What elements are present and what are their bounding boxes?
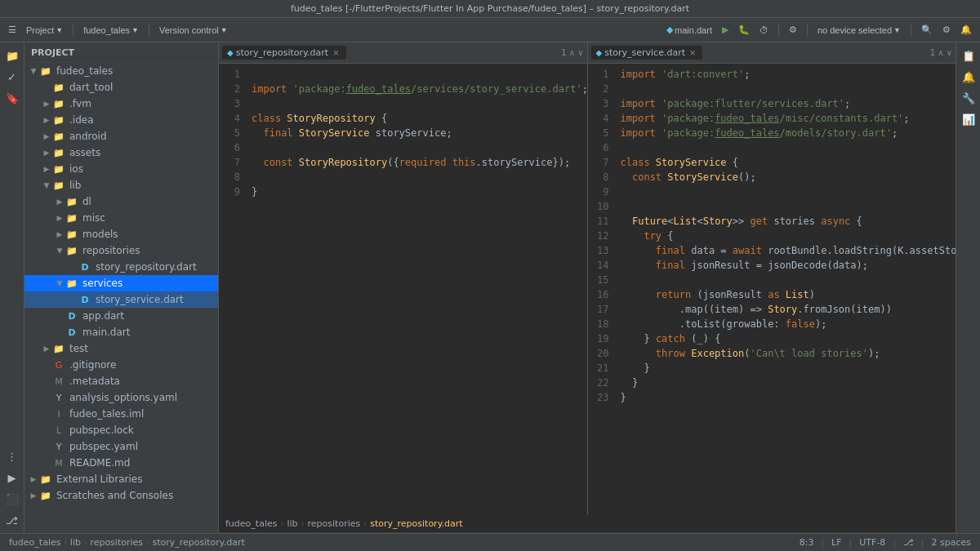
project-btn[interactable]: Project ▼	[23, 24, 66, 37]
settings-btn[interactable]: ⚙	[786, 23, 800, 37]
main-dart-label: main.dart	[675, 25, 712, 35]
no-device-btn[interactable]: no device selected ▼	[814, 24, 904, 37]
tree-item-label: README.md	[69, 457, 130, 469]
tree-item--fvm[interactable]: ▶📁.fvm	[24, 96, 218, 112]
tree-item-android[interactable]: ▶📁android	[24, 128, 218, 144]
chevron-down-icon: ▼	[56, 26, 63, 34]
profile-btn[interactable]: ⏱	[756, 24, 772, 37]
version-control-label: Version control	[159, 25, 219, 35]
tree-file-icon: I	[52, 407, 65, 420]
tree-item-pubspec-lock[interactable]: Lpubspec.lock	[24, 422, 218, 438]
project-icon-btn[interactable]: 📁	[2, 46, 22, 65]
right-tab-label: story_service.dart	[604, 47, 685, 58]
tree-item-main-dart[interactable]: Dmain.dart	[24, 324, 218, 340]
bc-fudeo-tales[interactable]: fudeo_tales	[225, 518, 277, 529]
tree-item--gitignore[interactable]: G.gitignore	[24, 357, 218, 373]
tree-file-icon: 📁	[52, 81, 65, 94]
left-code-editor[interactable]: 123456789 import 'package:fudeo_tales/se…	[219, 64, 587, 515]
left-line-numbers: 123456789	[219, 64, 245, 515]
chevron-down-icon3: ▼	[220, 26, 228, 34]
tree-item-models[interactable]: ▶📁models	[24, 226, 218, 242]
version-control-btn[interactable]: Version control ▼	[156, 24, 231, 37]
tree-file-icon: D	[65, 309, 78, 322]
tree-item-analysis-options-yaml[interactable]: Yanalysis_options.yaml	[24, 389, 218, 406]
run-btn[interactable]: ▶	[719, 23, 732, 37]
tree-file-icon: Y	[52, 440, 65, 453]
bc-story-repo-dart[interactable]: story_repository.dart	[370, 518, 462, 529]
right-icon3[interactable]: 🔧	[959, 88, 978, 108]
tree-item-app-dart[interactable]: Dapp.dart	[24, 308, 218, 324]
tree-item-story-repository-dart[interactable]: Dstory_repository.dart	[24, 259, 218, 275]
run-icon-btn[interactable]: ▶	[2, 468, 22, 487]
file-tree: ▼📁fudeo_tales📁dart_tool▶📁.fvm▶📁.idea▶📁an…	[24, 63, 218, 533]
tree-item-fudeo-tales-iml[interactable]: Ifudeo_tales.iml	[24, 406, 218, 422]
commit-icon-btn[interactable]: ✓	[2, 67, 22, 87]
status-encoding[interactable]: UTF-8	[857, 537, 888, 548]
tree-item-README-md[interactable]: MREADME.md	[24, 455, 218, 471]
left-pane-tab-story-repo[interactable]: ◆ story_repository.dart ×	[222, 46, 346, 60]
tree-item--idea[interactable]: ▶📁.idea	[24, 112, 218, 128]
tree-item-services[interactable]: ▼📁services	[24, 275, 218, 291]
tree-item-External-Libraries[interactable]: ▶📁External Libraries	[24, 471, 218, 487]
git-icon-btn[interactable]: ⎇	[2, 510, 22, 530]
tree-item-label: story_service.dart	[96, 294, 184, 305]
tree-item-ios[interactable]: ▶📁ios	[24, 161, 218, 177]
status-lf[interactable]: LF	[829, 537, 844, 548]
tree-item-label: pubspec.yaml	[69, 441, 138, 452]
status-bc-sep1: ›	[64, 537, 70, 548]
tree-item-repositories[interactable]: ▼📁repositories	[24, 242, 218, 259]
tree-item-dart-tool[interactable]: 📁dart_tool	[24, 79, 218, 96]
tree-item-misc[interactable]: ▶📁misc	[24, 210, 218, 226]
tree-item-label: android	[69, 131, 107, 142]
tree-item-label: ios	[69, 163, 83, 175]
tree-item-dl[interactable]: ▶📁dl	[24, 193, 218, 210]
structure-icon-btn[interactable]: ⋮	[2, 447, 22, 466]
search-btn[interactable]: 🔍	[918, 23, 936, 37]
right-editor-pane: ◆ story_service.dart × 1 ∧ ∨ 12345678910…	[587, 42, 956, 515]
right-icon4[interactable]: 📊	[959, 109, 978, 129]
app-name-btn[interactable]: fudeo_tales ▼	[80, 24, 142, 37]
status-indent[interactable]: 2 spaces	[929, 537, 974, 548]
bookmark-icon-btn[interactable]: 🔖	[2, 88, 22, 108]
bc-lib[interactable]: lib	[287, 518, 297, 529]
tree-arrow: ▶	[41, 163, 52, 175]
tree-item-fudeo-tales[interactable]: ▼📁fudeo_tales	[24, 63, 218, 79]
hamburger-btn[interactable]: ☰	[5, 23, 20, 37]
left-tab-close[interactable]: ×	[331, 47, 341, 58]
tree-file-icon: 📁	[39, 64, 52, 78]
bc-repositories[interactable]: repositories	[308, 518, 361, 529]
toolbar-sep2	[149, 24, 149, 37]
dart-tab-icon-right: ◆	[596, 48, 603, 57]
tree-arrow	[67, 294, 78, 305]
notification-btn[interactable]: 🔔	[957, 23, 975, 37]
status-git-icon[interactable]: ⎇	[901, 537, 916, 548]
tree-item-pubspec-yaml[interactable]: Ypubspec.yaml	[24, 438, 218, 455]
tree-item-story-service-dart[interactable]: Dstory_service.dart	[24, 291, 218, 308]
tree-item-label: story_repository.dart	[96, 261, 197, 273]
right-icon2[interactable]: 🔔	[959, 67, 978, 87]
right-pane-tab-story-svc[interactable]: ◆ story_service.dart ×	[591, 46, 703, 60]
right-icon1[interactable]: 📋	[959, 46, 978, 65]
gear-btn[interactable]: ⚙	[939, 23, 954, 37]
tree-file-icon: 📁	[65, 211, 78, 224]
right-tab-close[interactable]: ×	[688, 47, 697, 58]
status-sep3: |	[893, 537, 896, 548]
tree-item-Scratches-and-Consoles[interactable]: ▶📁Scratches and Consoles	[24, 487, 218, 504]
tree-item-assets[interactable]: ▶📁assets	[24, 144, 218, 161]
status-breadcrumb[interactable]: fudeo_tales › lib › repositories › story…	[7, 537, 247, 548]
debug-btn[interactable]: 🐛	[735, 23, 753, 37]
terminal-icon-btn[interactable]: ⬛	[2, 489, 22, 509]
right-code-editor[interactable]: 1234567891011121314151617181920212223 im…	[588, 64, 956, 515]
panel-title: Project	[31, 47, 74, 58]
main-dart-btn[interactable]: ◆ main.dart	[663, 23, 715, 37]
status-line-col[interactable]: 8:3	[797, 537, 817, 548]
tree-arrow: ▼	[28, 65, 39, 77]
tree-item-lib[interactable]: ▼📁lib	[24, 177, 218, 193]
toolbar-sep5	[911, 24, 911, 37]
tree-item-test[interactable]: ▶📁test	[24, 340, 218, 357]
toolbar-sep4	[807, 24, 808, 37]
left-sidebar-icons: 📁 ✓ 🔖 ⋮ ▶ ⬛ ⎇	[0, 42, 24, 533]
tree-item--metadata[interactable]: M.metadata	[24, 373, 218, 389]
left-tab-label: story_repository.dart	[236, 47, 328, 58]
tree-arrow	[41, 82, 52, 93]
